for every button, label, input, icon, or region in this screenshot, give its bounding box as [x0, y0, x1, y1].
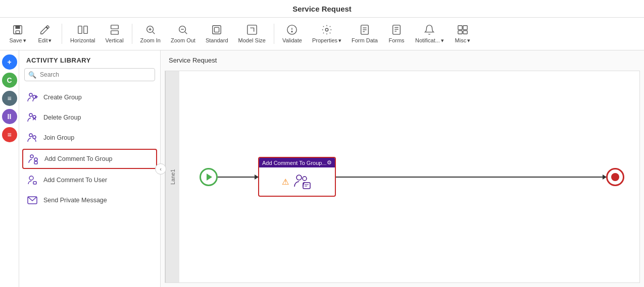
start-event[interactable] [200, 168, 218, 186]
rail-icon-list[interactable]: ≡ [2, 91, 17, 106]
end-event[interactable] [606, 168, 624, 186]
rail-icon-ii[interactable]: II [2, 109, 17, 124]
svg-rect-43 [34, 161, 37, 164]
gear-icon[interactable]: ⚙ [327, 159, 332, 166]
svg-rect-15 [215, 27, 219, 32]
zoom-in-label: Zoom In [140, 37, 161, 43]
edit-label: Edit [38, 37, 48, 43]
main-layout: + C ≡ II ≡ ACTIVITY LIBRARY 🔍 Cre [0, 50, 644, 287]
horizontal-label: Horizontal [70, 37, 95, 43]
save-button[interactable]: Save ▾ [5, 22, 30, 46]
vertical-label: Vertical [106, 37, 124, 43]
svg-point-41 [30, 155, 33, 158]
notifications-label: Notificat... [415, 37, 440, 43]
horizontal-button[interactable]: Horizontal [66, 22, 100, 45]
rail-icon-add[interactable]: + [2, 54, 17, 70]
rail-icon-lines[interactable]: ≡ [2, 127, 17, 142]
activity-node[interactable]: Add Comment To Group... ⚙ ⚠ [258, 157, 336, 197]
canvas-inner: Lane1 Add Comment To Group... ⚙ [165, 71, 640, 283]
start-event-icon [207, 174, 212, 181]
activity-node-icon [292, 171, 312, 192]
sidebar-item-delete-group[interactable]: Delete Group [19, 107, 160, 128]
vertical-button[interactable]: Vertical [102, 22, 128, 45]
svg-rect-28 [463, 25, 467, 29]
notifications-button[interactable]: Notificat... ▾ [411, 22, 448, 46]
toolbar: Save ▾ Edit ▾ Horizontal Vertical Zoom I… [0, 18, 644, 50]
page-title: Service Request [292, 5, 352, 13]
save-arrow: ▾ [23, 37, 26, 44]
edit-arrow: ▾ [48, 37, 52, 44]
properties-button[interactable]: Properties ▾ [308, 22, 345, 46]
svg-rect-1 [15, 25, 20, 28]
flow-arrow-2 [336, 177, 606, 178]
zoom-out-button[interactable]: Zoom Out [167, 22, 200, 45]
zoom-out-label: Zoom Out [171, 37, 195, 43]
sidebar-item-create-group[interactable]: Create Group [19, 87, 160, 107]
sep3 [274, 24, 274, 44]
lane-label: Lane1 [165, 71, 179, 282]
delete-group-label: Delete Group [43, 114, 81, 121]
search-box: 🔍 [24, 68, 155, 81]
sidebar-item-add-comment-user[interactable]: Add Comment To User [19, 170, 160, 190]
svg-rect-2 [16, 30, 19, 33]
svg-point-40 [33, 136, 36, 139]
standard-label: Standard [206, 37, 228, 43]
lane: Lane1 Add Comment To Group... ⚙ [165, 71, 639, 282]
search-icon: 🔍 [28, 71, 36, 79]
forms-button[interactable]: Forms [384, 22, 409, 45]
form-data-label: Form Data [352, 37, 378, 43]
svg-point-42 [34, 158, 37, 161]
activity-node-header: Add Comment To Group... ⚙ [259, 158, 335, 167]
activity-node-title: Add Comment To Group... [262, 160, 327, 166]
search-input[interactable] [24, 68, 155, 81]
model-size-label: Model Size [238, 37, 266, 43]
sep1 [62, 24, 62, 44]
svg-point-17 [292, 31, 293, 32]
svg-rect-4 [84, 26, 87, 34]
svg-rect-5 [111, 25, 118, 29]
properties-label: Properties [312, 37, 337, 43]
svg-rect-45 [33, 182, 36, 184]
sidebar: ACTIVITY LIBRARY 🔍 Create Group [19, 50, 161, 287]
sidebar-item-join-group[interactable]: Join Group [19, 128, 160, 148]
edit-button[interactable]: Edit ▾ [32, 22, 58, 46]
svg-line-13 [185, 32, 187, 34]
canvas-area: Service Request Lane1 Add Comment To Gro… [161, 50, 644, 287]
forms-label: Forms [388, 37, 404, 43]
canvas-label: Service Request [169, 56, 217, 64]
svg-point-18 [325, 28, 328, 31]
svg-rect-23 [393, 25, 401, 34]
svg-rect-29 [458, 30, 462, 33]
sidebar-collapse-handle[interactable]: ‹ [155, 163, 166, 175]
svg-rect-3 [78, 26, 82, 34]
svg-point-35 [29, 113, 32, 117]
sidebar-item-send-private[interactable]: Send Private Message [19, 190, 160, 210]
sidebar-item-add-comment-group[interactable]: Add Comment To Group [22, 149, 157, 169]
flow-container: Add Comment To Group... ⚙ ⚠ [179, 71, 639, 282]
library-items: Create Group Delete Group [19, 85, 160, 287]
validate-label: Validate [282, 37, 302, 43]
save-label: Save [9, 37, 22, 43]
misc-button[interactable]: Misc ▾ [450, 22, 475, 46]
misc-label: Misc [455, 37, 467, 43]
form-data-button[interactable]: Form Data [348, 22, 382, 45]
standard-button[interactable]: Standard [202, 22, 232, 45]
svg-point-39 [29, 134, 32, 137]
end-event-icon [611, 173, 619, 181]
sidebar-title: ACTIVITY LIBRARY [19, 50, 160, 68]
svg-rect-16 [247, 25, 257, 34]
svg-rect-27 [458, 25, 462, 29]
svg-point-48 [303, 177, 307, 181]
warning-icon: ⚠ [282, 177, 289, 187]
rail-icon-c[interactable]: C [2, 73, 17, 88]
validate-button[interactable]: Validate [278, 22, 306, 45]
svg-line-10 [153, 32, 155, 34]
activity-node-body: ⚠ [259, 167, 335, 196]
model-size-button[interactable]: Model Size [234, 22, 270, 45]
zoom-in-button[interactable]: Zoom In [136, 22, 165, 45]
svg-rect-6 [111, 31, 118, 34]
icon-rail: + C ≡ II ≡ [0, 50, 19, 287]
svg-point-31 [29, 93, 32, 96]
svg-rect-30 [463, 30, 467, 33]
sep2 [132, 24, 132, 44]
